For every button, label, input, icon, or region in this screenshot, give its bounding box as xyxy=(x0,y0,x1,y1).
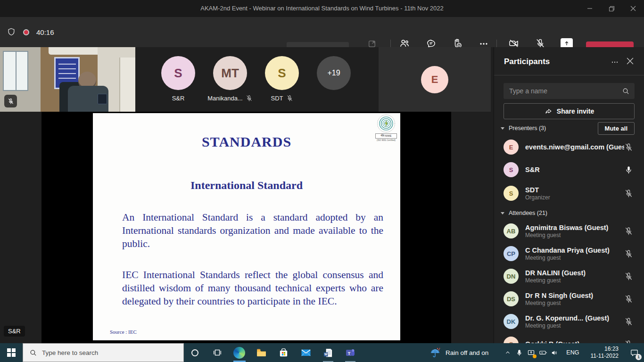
minimize-icon[interactable] xyxy=(579,0,601,17)
task-view-button[interactable] xyxy=(206,343,228,362)
tray-mic-icon[interactable] xyxy=(513,349,525,356)
meeting-stage: SS&RMTManikanda...SSDT+19 E STANDARDS In… xyxy=(0,47,644,343)
mic-off-icon[interactable] xyxy=(624,317,634,326)
mail-button[interactable] xyxy=(295,343,317,362)
mic-off-icon[interactable] xyxy=(624,143,634,152)
mic-off-icon[interactable] xyxy=(624,249,634,258)
participant-info: DR NALINI (Guest)Meeting guest xyxy=(525,269,624,284)
search-input[interactable] xyxy=(504,87,622,95)
mute-all-button[interactable]: Mute all xyxy=(598,122,635,135)
panel-close-icon[interactable] xyxy=(627,58,634,65)
participant-role: Meeting guest xyxy=(525,277,624,284)
attendees-section-header[interactable]: Attendees (21) xyxy=(501,208,635,218)
mic-off-icon[interactable] xyxy=(624,295,634,304)
participant-row[interactable]: DSDr R N Singh (Guest)Meeting guest xyxy=(494,288,644,310)
participant-video-tile[interactable]: E xyxy=(379,47,491,112)
clock-date: 11-11-2022 xyxy=(590,353,619,360)
mic-on-icon[interactable] xyxy=(624,165,634,174)
participant-info: SDTOrganizer xyxy=(525,186,624,201)
cortana-icon xyxy=(191,349,198,356)
mic-off-icon[interactable] xyxy=(624,227,634,236)
close-icon[interactable] xyxy=(622,0,644,17)
mic-off-icon[interactable] xyxy=(624,340,634,344)
participant-row[interactable]: DNDR NALINI (Guest)Meeting guest xyxy=(494,265,644,288)
umbrella-rain-icon xyxy=(430,347,441,358)
system-tray: Rain off and on ENG 16:23 11-11-2022 1 xyxy=(430,343,644,362)
avatar-label: SDT xyxy=(271,94,293,102)
tray-speaker-icon[interactable] xyxy=(549,349,561,357)
participant-row[interactable]: ABAgnimitra Biswas (Guest)Meeting guest xyxy=(494,220,644,242)
avatar: S xyxy=(504,162,519,177)
share-invite-button[interactable]: Share invite xyxy=(504,103,635,119)
scene-door xyxy=(119,58,135,112)
avatar[interactable]: S xyxy=(265,56,299,90)
attendees-header-label: Attendees (21) xyxy=(509,210,547,216)
participant-name: S&R xyxy=(172,95,185,102)
notification-dot xyxy=(533,354,537,358)
start-button[interactable] xyxy=(0,343,23,362)
teams-button[interactable]: T xyxy=(339,343,361,362)
panel-more-icon[interactable] xyxy=(611,58,619,66)
mic-off-icon[interactable] xyxy=(624,189,634,198)
language-indicator[interactable]: ENG xyxy=(561,349,585,356)
scene-phone xyxy=(98,94,107,104)
search-icon[interactable] xyxy=(622,87,630,95)
participant-row[interactable]: Eevents.niwe@gmail.com (Guest) xyxy=(494,136,644,158)
weather-widget[interactable]: Rain off and on xyxy=(430,347,502,358)
mic-off-icon xyxy=(286,95,293,102)
participant-row[interactable]: DKDr. G. Koperund... (Guest)Meeting gues… xyxy=(494,310,644,333)
word-button[interactable]: W xyxy=(317,343,339,362)
search-icon xyxy=(29,349,37,357)
participant-row[interactable]: CPC Chandana Priya (Guest)Meeting guest xyxy=(494,242,644,265)
avatar-label: Manikanda... xyxy=(207,94,252,102)
file-explorer-button[interactable] xyxy=(250,343,272,362)
participant-name: C Chandana Priya (Guest) xyxy=(525,247,624,254)
share-invite-label: Share invite xyxy=(557,107,594,115)
cortana-button[interactable] xyxy=(184,343,206,362)
participant-avatar-strip: SS&RMTManikanda...SSDT+19 xyxy=(152,56,360,102)
slide-title: STANDARDS xyxy=(93,134,400,150)
taskbar-search-input[interactable] xyxy=(42,349,160,356)
stage-avatar-tile[interactable]: +19 xyxy=(308,56,360,102)
participant-info: Agnimitra Biswas (Guest)Meeting guest xyxy=(525,224,624,239)
presenters-header-label: Presenters (3) xyxy=(509,125,546,132)
meeting-status-group: 40:16 xyxy=(7,17,54,47)
participant-row[interactable]: GGorkki B (Guest) xyxy=(494,333,644,343)
tray-chevron-up-icon[interactable] xyxy=(502,349,513,356)
participant-search[interactable] xyxy=(504,83,635,99)
meeting-toolbar: 40:16 Request control Pop out People Cha… xyxy=(0,17,644,47)
overflow-count-avatar[interactable]: +19 xyxy=(317,56,351,90)
slide-paragraph: An International Standard is a standard … xyxy=(122,211,383,250)
restore-icon[interactable] xyxy=(601,0,622,17)
action-center-button[interactable]: 1 xyxy=(624,348,644,357)
stage-avatar-tile[interactable]: MTManikanda... xyxy=(204,56,256,102)
windows-taskbar: W T Rain off and on ENG 16:23 11-11-2 xyxy=(0,343,644,362)
participant-name: SDT xyxy=(271,95,283,102)
scene-window xyxy=(3,51,29,91)
tray-battery-icon[interactable] xyxy=(537,348,549,357)
participant-row[interactable]: SS&R xyxy=(494,158,644,181)
avatar: S xyxy=(504,186,519,201)
word-icon: W xyxy=(322,347,333,358)
windows-logo-icon xyxy=(7,348,16,357)
participant-role: Meeting guest xyxy=(525,322,624,329)
participant-info: S&R xyxy=(525,166,624,173)
stage-avatar-tile[interactable]: SS&R xyxy=(152,56,204,102)
clock[interactable]: 16:23 11-11-2022 xyxy=(585,346,624,360)
presentation-slide: STANDARDS International Standard An Inte… xyxy=(93,113,400,340)
avatar: AB xyxy=(504,223,519,239)
notification-badge: 1 xyxy=(636,354,642,360)
webcam-video-tile[interactable] xyxy=(0,47,135,112)
avatar[interactable]: MT xyxy=(213,56,247,90)
avatar[interactable]: S xyxy=(161,56,195,90)
edge-button[interactable] xyxy=(228,343,250,362)
presenters-section-header[interactable]: Presenters (3) Mute all xyxy=(501,122,635,135)
participant-info: C Chandana Priya (Guest)Meeting guest xyxy=(525,247,624,261)
tray-screenshare-icon[interactable] xyxy=(525,349,537,357)
stage-avatar-tile[interactable]: SSDT xyxy=(256,56,308,102)
participant-row[interactable]: SSDTOrganizer xyxy=(494,181,644,206)
microsoft-store-button[interactable] xyxy=(272,343,295,362)
mic-off-icon[interactable] xyxy=(624,272,634,281)
taskbar-search[interactable] xyxy=(23,343,184,362)
avatar-label: S&R xyxy=(172,94,185,102)
